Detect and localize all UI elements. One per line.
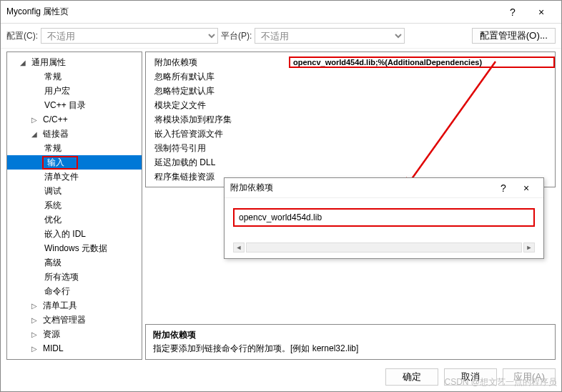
prop-name: 忽略所有默认库 — [146, 71, 289, 83]
dialog-help-button[interactable]: ? — [492, 182, 515, 194]
tree-linker-item[interactable]: 优化 — [7, 212, 142, 227]
prop-row[interactable]: 忽略所有默认库 — [146, 69, 555, 84]
tree-item[interactable]: ▷清单工具 — [7, 298, 142, 313]
tree-item[interactable]: VC++ 目录 — [7, 98, 142, 112]
main-panel: 附加依赖项opencv_world454d.lib;%(AdditionalDe… — [145, 52, 556, 360]
chevron-right-icon: ▷ — [31, 330, 41, 338]
prop-row[interactable]: 附加依赖项opencv_world454d.lib;%(AdditionalDe… — [146, 55, 555, 69]
prop-row[interactable]: 将模块添加到程序集 — [146, 112, 555, 127]
help-button[interactable]: ? — [498, 6, 527, 18]
dialog-body: opencv_world454d.lib ◄ ► — [225, 198, 543, 258]
tree-linker-item[interactable]: 常规 — [7, 141, 142, 155]
tree-linker-input[interactable]: 输入 — [7, 155, 142, 170]
desc-title: 附加依赖项 — [153, 329, 548, 341]
close-button[interactable]: × — [527, 6, 556, 18]
body: ◢通用属性 常规 用户宏 VC++ 目录 ▷C/C++ ◢链接器 常规 输入 清… — [1, 49, 561, 363]
prop-name: 延迟加载的 DLL — [146, 157, 289, 169]
prop-row[interactable]: 嵌入托管资源文件 — [146, 127, 555, 141]
prop-name: 模块定义文件 — [146, 99, 289, 112]
desc-text: 指定要添加到链接命令行的附加项。[例如 kernel32.lib] — [153, 343, 548, 355]
prop-name: 强制符号引用 — [146, 142, 289, 155]
ok-button[interactable]: 确定 — [385, 368, 438, 386]
prop-name: 将模块添加到程序集 — [146, 114, 289, 126]
tree-item[interactable]: ▷资源 — [7, 327, 142, 341]
window-title: Myconfig 属性页 — [6, 6, 498, 18]
chevron-right-icon: ▷ — [31, 116, 41, 124]
dialog-titlebar: 附加依赖项 ? × — [225, 178, 543, 198]
apply-button[interactable]: 应用(A) — [503, 368, 556, 386]
property-list: 附加依赖项opencv_world454d.lib;%(AdditionalDe… — [145, 52, 556, 187]
description-panel: 附加依赖项 指定要添加到链接命令行的附加项。[例如 kernel32.lib] — [145, 324, 556, 360]
dialog-hscroll[interactable]: ◄ ► — [233, 242, 535, 253]
scroll-track[interactable] — [246, 242, 522, 253]
tree-linker-item[interactable]: 嵌入的 IDL — [7, 227, 142, 241]
tree-linker-item[interactable]: 所有选项 — [7, 270, 142, 284]
property-page-window: Myconfig 属性页 ? × 配置(C): 不适用 平台(P): 不适用 配… — [0, 0, 562, 392]
tree-item[interactable]: 用户宏 — [7, 84, 142, 98]
chevron-right-icon: ▷ — [31, 345, 41, 353]
dialog-buttons: 确定 取消 应用(A) — [1, 363, 561, 391]
config-label: 配置(C): — [6, 30, 38, 42]
tree-linker[interactable]: ◢链接器 — [7, 127, 142, 141]
tree-item[interactable]: ▷文档管理器 — [7, 313, 142, 327]
chevron-down-icon: ◢ — [31, 130, 41, 138]
config-manager-button[interactable]: 配置管理器(O)... — [472, 28, 556, 44]
platform-select[interactable]: 不适用 — [255, 28, 405, 44]
prop-row[interactable]: 模块定义文件 — [146, 98, 555, 112]
prop-name: 嵌入托管资源文件 — [146, 128, 289, 140]
deps-input[interactable]: opencv_world454d.lib — [233, 208, 535, 227]
tree-item[interactable]: 常规 — [7, 69, 142, 84]
scroll-left-icon[interactable]: ◄ — [233, 242, 245, 253]
prop-row[interactable]: 延迟加载的 DLL — [146, 155, 555, 170]
platform-label: 平台(P): — [221, 30, 252, 42]
tree-linker-item[interactable]: Windows 元数据 — [7, 241, 142, 255]
tree-root[interactable]: ◢通用属性 — [7, 55, 142, 69]
prop-name: 忽略特定默认库 — [146, 85, 289, 97]
config-row: 配置(C): 不适用 平台(P): 不适用 配置管理器(O)... — [1, 24, 561, 49]
tree-linker-item[interactable]: 高级 — [7, 255, 142, 270]
chevron-down-icon: ◢ — [20, 59, 30, 67]
dialog-title: 附加依赖项 — [230, 182, 492, 194]
dialog-close-button[interactable]: × — [515, 182, 538, 194]
cancel-button[interactable]: 取消 — [444, 368, 497, 386]
tree-linker-item[interactable]: 系统 — [7, 198, 142, 212]
tree-linker-item[interactable]: 清单文件 — [7, 170, 142, 184]
scroll-right-icon[interactable]: ► — [523, 242, 535, 253]
tree-linker-item[interactable]: 命令行 — [7, 284, 142, 298]
chevron-right-icon: ▷ — [31, 316, 41, 324]
config-select[interactable]: 不适用 — [41, 28, 218, 44]
prop-value[interactable]: opencv_world454d.lib;%(AdditionalDepende… — [289, 57, 555, 68]
titlebar: Myconfig 属性页 ? × — [1, 1, 561, 24]
chevron-right-icon: ▷ — [31, 302, 41, 310]
tree-linker-item[interactable]: 调试 — [7, 184, 142, 198]
nav-tree[interactable]: ◢通用属性 常规 用户宏 VC++ 目录 ▷C/C++ ◢链接器 常规 输入 清… — [6, 52, 142, 360]
tree-item[interactable]: ▷MIDL — [7, 341, 142, 356]
prop-name: 附加依赖项 — [146, 57, 289, 69]
tree-cxx[interactable]: ▷C/C++ — [7, 112, 142, 127]
additional-deps-dialog: 附加依赖项 ? × opencv_world454d.lib ◄ ► — [224, 177, 544, 259]
prop-row[interactable]: 强制符号引用 — [146, 141, 555, 155]
prop-row[interactable]: 忽略特定默认库 — [146, 84, 555, 98]
